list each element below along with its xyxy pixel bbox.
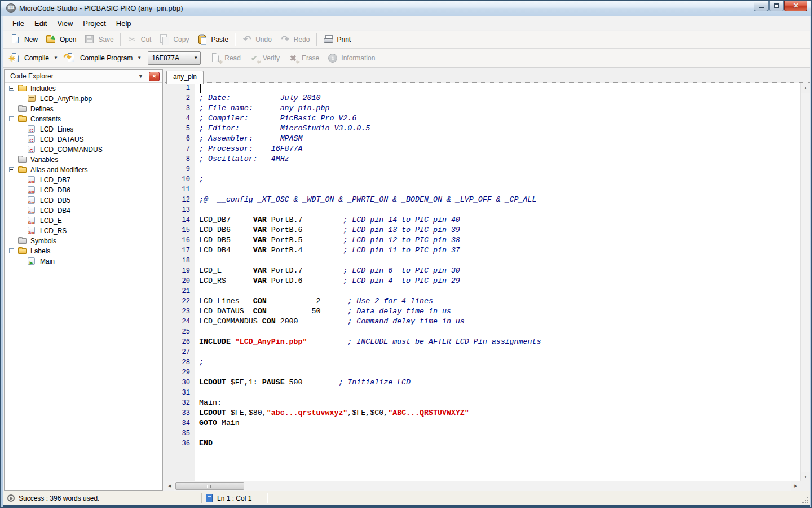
toolbar-separator [235,33,235,46]
tree-item-lcd-dataus[interactable]: CLCD_DATAUS [5,134,162,144]
editor-tab-bar: any_pin [165,69,810,83]
panel-close-button[interactable]: ✕ [149,72,160,81]
vertical-scrollbar[interactable]: ▲ ▼ [800,83,810,481]
cut-label: Cut [141,36,152,43]
collapse-box-icon[interactable] [9,167,14,172]
line-number: 3 [165,103,195,113]
horizontal-scroll-thumb[interactable] [175,482,244,490]
tree-item-lcd-e[interactable]: aₘLCD_E [5,215,162,225]
maximize-button[interactable] [769,1,784,11]
erase-button: ✖✱Erase [284,51,323,65]
compile-program-icon: ↷ [66,52,77,64]
chevron-down-icon: ▼ [137,55,142,60]
folder-yellow-icon [17,84,28,93]
code-explorer-title: Code Explorer [5,72,138,80]
code-lines[interactable]: ; Date: July 2010; File name: any_pin.pb… [195,83,800,481]
new-button[interactable]: New [6,32,42,47]
line-number: 13 [165,205,195,215]
window-bottom-border [3,505,810,507]
constant-icon: C [28,135,35,143]
tree-item-symbols[interactable]: Symbols [5,235,162,246]
information-icon: i [327,52,338,64]
code-line: GOTO Main [195,418,800,428]
code-explorer-panel: Code Explorer ▼ ✕ IncludesLCD_AnyPin.pbp… [4,69,163,491]
collapse-box-icon[interactable] [9,86,14,91]
folder-yellow-icon [17,246,28,256]
folder-gray-icon [17,155,28,164]
tree-item-variables[interactable]: Variables [5,154,162,164]
information-label: Information [341,54,375,62]
minimize-button[interactable] [754,1,769,11]
tree-item-lcd-db7[interactable]: aₘLCD_DB7 [5,174,162,185]
collapse-box-icon[interactable] [9,116,14,121]
redo-arrow-icon: ↷ [280,34,291,45]
code-line [195,428,800,439]
line-number: 14 [165,215,195,225]
tree-item-label: LCD_DATAUS [40,135,84,143]
open-button[interactable]: Open [42,32,80,47]
minimize-icon [759,7,764,8]
tree-item-label: LCD_AnyPin.pbp [40,94,92,103]
tree-item-lcd-anypin-pbp[interactable]: LCD_AnyPin.pbp [5,93,162,103]
scroll-right-button[interactable]: ▶ [791,481,800,491]
tree-item-label: Constants [30,115,61,123]
scroll-left-button[interactable]: ◀ [165,481,174,491]
tree-item-label: Includes [30,84,56,93]
paste-label: Paste [211,36,228,43]
scroll-up-button[interactable]: ▲ [801,83,810,93]
copy-label: Copy [173,36,189,43]
code-line: ; Editor: MicroStudio V3.0.0.5 [195,124,800,134]
line-number: 31 [165,388,195,398]
close-button[interactable]: ✕ [784,1,807,11]
print-icon [323,34,334,45]
horizontal-scrollbar[interactable]: ◀ ▶ [165,481,800,491]
tree-item-constants[interactable]: Constants [5,113,162,124]
code-editor[interactable]: 1234567891011121314151617181920212223242… [165,83,800,481]
line-number: 34 [165,418,195,428]
document-icon [206,494,213,502]
compile-program-button[interactable]: ↷Compile Program▼ [62,51,145,65]
collapse-box-icon[interactable] [9,248,14,253]
compile-button[interactable]: ✳Compile▼ [6,51,62,65]
paste-button[interactable]: Paste [193,32,232,47]
resize-grip[interactable] [802,497,809,503]
chevron-down-icon[interactable]: ▼ [191,52,200,64]
verify-label: Verify [263,54,280,62]
tab-any-pin[interactable]: any_pin [166,71,204,84]
menu-item-project[interactable]: Project [78,17,111,29]
line-number: 15 [165,225,195,235]
tree-item-defines[interactable]: Defines [5,103,162,113]
tree-item-lcd-lines[interactable]: CLCD_Lines [5,124,162,134]
status-success-icon [7,494,15,502]
menu-item-file[interactable]: File [7,17,29,29]
tree-item-main[interactable]: ▶Main [5,256,162,266]
tree-item-lcd-commandus[interactable]: CLCD_COMMANDUS [5,144,162,154]
tree-item-labels[interactable]: Labels [5,246,162,256]
scroll-down-button[interactable]: ▼ [801,472,810,481]
line-number: 11 [165,185,195,195]
tree-item-includes[interactable]: Includes [5,83,162,93]
alias-icon: aₘ [28,176,35,183]
main-toolbar: NewOpenSave✂CutCopyPaste↶Undo↷RedoPrint [3,31,810,49]
tree-item-lcd-db6[interactable]: aₘLCD_DB6 [5,185,162,195]
chevron-down-icon[interactable]: ▼ [138,73,143,79]
line-number: 10 [165,174,195,185]
tree-item-alias-and-modifiers[interactable]: Alias and Modifiers [5,164,162,174]
title-bar: MicroCode Studio - PICBASIC PRO (any_pin… [1,1,811,16]
line-number: 21 [165,286,195,296]
compile-label: Compile [24,54,49,62]
tree-item-lcd-db4[interactable]: aₘLCD_DB4 [5,205,162,215]
device-select[interactable]: 16F877A▼ [148,51,201,65]
print-button[interactable]: Print [319,32,355,47]
folder-yellow-icon [17,165,28,174]
alias-icon: aₘ [27,175,37,185]
status-separator [201,493,202,503]
tree-item-lcd-rs[interactable]: aₘLCD_RS [5,225,162,235]
menu-item-help[interactable]: Help [111,17,136,29]
tree-item-lcd-db5[interactable]: aₘLCD_DB5 [5,195,162,205]
menu-item-edit[interactable]: Edit [29,17,52,29]
menu-item-view[interactable]: View [52,17,78,29]
compile-program-label: Compile Program [80,54,133,62]
code-line [195,205,800,215]
tree-item-label: LCD_DB6 [40,186,70,194]
